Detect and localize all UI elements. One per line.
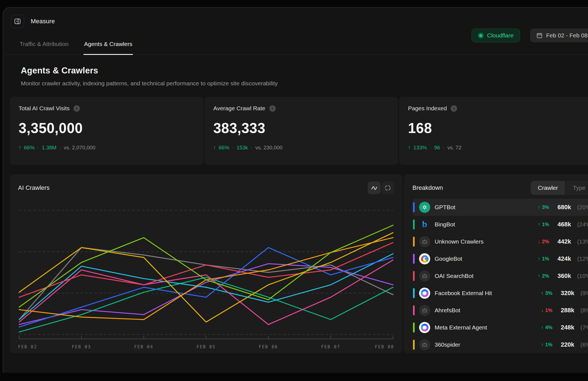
crawler-share: (12%) [577,255,588,262]
breakdown-row-oai-searchbot[interactable]: OAI SearchBot ↑2% 360k (10%) [412,267,588,285]
series-color-bar [413,323,415,333]
breakdown-row-facebook-external-hit[interactable]: Facebook External Hit ↑3% 320k (9%) [412,285,588,302]
tab-traffic-attribution[interactable]: Traffic & Attribution [19,37,69,55]
page-subtitle: Monitor crawler activity, indexing patte… [21,80,588,87]
svg-text:FEB 08: FEB 08 [375,344,394,349]
trend-percent: 1% [545,308,552,313]
donut-chart-icon [384,184,391,191]
status-dot-icon [478,33,484,39]
crawler-name: Meta External Agent [435,324,537,331]
date-range-picker[interactable]: Feb 02 - Feb 08 [530,29,588,42]
crawler-name: GoogleBot [435,255,533,262]
robot-icon [419,236,430,247]
dot-separator: · [430,145,431,151]
stat-card-total-crawl-visits: Total AI Crawl Visits i 3,350,000 ↑ 66% … [10,97,203,165]
crawler-visits-value: 248k [561,324,574,331]
trend-up-arrow-icon: ↑ [538,222,540,227]
dot-separator: · [443,145,445,151]
trend-down-arrow-icon: ↓ [538,239,540,245]
chart-type-toggle-group [368,181,394,194]
trend-up-arrow-icon: ↑ [538,273,540,279]
breakdown-list: GPTBot ↑3% 680k (20%) b BingBot ↑1% 468k… [412,199,588,353]
trend-percent: 2% [542,239,549,245]
openai-logo-icon [419,202,430,213]
trend-percent: 1% [542,222,549,227]
meta-ring-icon [419,322,430,333]
ai-crawlers-chart-card: AI Crawlers FEB 02FEB 03FEB 04FEB 05FEB … [10,174,402,353]
bottom-section: AI Crawlers FEB 02FEB 03FEB 04FEB 05FEB … [10,174,588,353]
series-color-bar [413,305,415,315]
trend-up-arrow-icon: ↑ [213,145,216,151]
svg-text:FEB 04: FEB 04 [134,344,153,349]
crawler-visits-value: 680k [557,204,571,211]
stat-value: 168 [408,120,584,136]
crawler-name: OAI SearchBot [435,273,533,279]
crawler-share: (7%) [581,324,588,331]
info-icon[interactable]: i [269,105,276,112]
series-color-bar [413,254,415,264]
crawler-share: (24%) [577,221,588,228]
stat-comparison: vs. 72 [447,145,462,151]
donut-chart-toggle-button[interactable] [381,181,394,194]
breakdown-toggle-type[interactable]: Type [566,181,588,195]
crawler-share: (9%) [581,290,588,296]
cloudflare-source-badge[interactable]: Cloudflare [472,29,520,42]
cloudflare-badge-label: Cloudflare [487,32,514,39]
calendar-icon [536,32,543,39]
activity-wave-icon [371,184,378,191]
info-icon[interactable]: i [451,105,457,112]
info-icon[interactable]: i [74,105,80,112]
svg-text:FEB 03: FEB 03 [72,344,91,349]
crawler-share: (20%) [577,204,588,211]
trend-down-arrow-icon: ↓ [541,308,544,313]
crawler-activity-line-chart[interactable]: FEB 02FEB 03FEB 04FEB 05FEB 06FEB 07FEB … [18,199,394,353]
breakdown-row-googlebot[interactable]: GoogleBot ↑1% 424k (12%) [412,250,588,267]
crawler-name: AhrefsBot [435,307,537,314]
stat-delta-percent: 66% [24,145,35,151]
crawler-visits-value: 220k [561,341,574,348]
trend-up-arrow-icon: ↑ [538,256,540,262]
crawler-visits-value: 468k [557,221,571,228]
trend-up-arrow-icon: ↑ [541,342,544,348]
breakdown-row-meta-external-agent[interactable]: Meta External Agent ↑4% 248k (7%) [412,319,588,336]
breakdown-card: Breakdown Crawler Type GPTBot [404,174,588,353]
crawler-visits-value: 424k [557,255,571,262]
crawler-share: (13%) [577,238,588,245]
stat-delta-absolute: 153k [237,145,248,151]
sidebar-toggle-button[interactable] [11,15,24,28]
trend-up-arrow-icon: ↑ [408,145,411,151]
stat-value: 3,350,000 [19,120,194,136]
stat-label: Total AI Crawl Visits [19,105,70,112]
crawler-name: Facebook External Hit [435,290,537,296]
trend-percent: 4% [545,325,552,331]
crawler-name: 360spider [435,341,537,348]
crawler-share: (10%) [577,273,588,279]
breakdown-row-ahrefsbot[interactable]: AhrefsBot ↓1% 288k (8%) [412,302,588,319]
crawler-visits-value: 360k [557,272,571,280]
series-color-bar [413,219,415,229]
trend-up-arrow-icon: ↑ [19,145,21,151]
series-color-bar [413,271,415,281]
trend-percent: 1% [542,256,549,262]
breakdown-row-bingbot[interactable]: b BingBot ↑1% 468k (24%) [412,216,588,233]
crawler-name: Unknown Crawlers [435,238,533,245]
stat-delta-percent: 66% [219,145,229,151]
google-logo-icon [419,253,430,264]
app-window: Measure Traffic & Attribution Agents & C… [3,7,588,373]
trend-up-arrow-icon: ↑ [541,290,544,296]
breakdown-toggle-group: Crawler Type [531,181,588,195]
series-color-bar [413,340,415,350]
stat-comparison: vs. 2,070,000 [64,145,95,151]
breakdown-row-gptbot[interactable]: GPTBot ↑3% 680k (20%) [412,199,588,216]
tab-agents-crawlers[interactable]: Agents & Crawlers [83,37,133,55]
breakdown-row-unknown-crawlers[interactable]: Unknown Crawlers ↓2% 442k (13%) [412,233,588,250]
line-chart-toggle-button[interactable] [368,181,381,194]
series-color-bar [413,202,415,212]
trend-up-arrow-icon: ↑ [538,204,540,210]
breakdown-toggle-crawler[interactable]: Crawler [531,181,565,195]
svg-text:FEB 06: FEB 06 [259,344,278,349]
breakdown-row-360spider[interactable]: 360spider ↑1% 220k (6%) [412,336,588,353]
robot-icon [419,305,430,316]
trend-percent: 3% [542,204,549,210]
stat-label: Average Crawl Rate [213,105,265,112]
